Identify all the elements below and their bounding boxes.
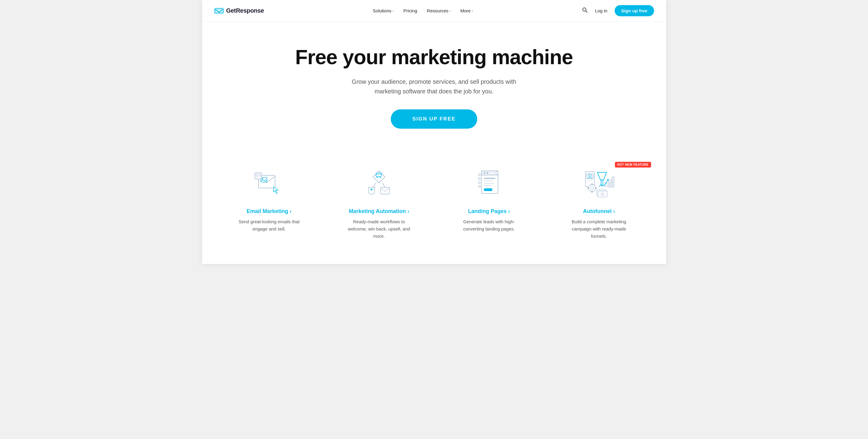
landing-pages-icon (472, 166, 505, 199)
svg-rect-49 (609, 181, 611, 187)
login-link[interactable]: Log in (595, 8, 608, 13)
svg-rect-43 (588, 187, 589, 189)
feature-marketing-automation-desc: Ready-made workflows to welcome, win bac… (346, 218, 412, 240)
hero-subtitle: Grow your audience, promote services, an… (350, 77, 519, 96)
chevron-icon: › (393, 9, 394, 13)
svg-point-38 (589, 174, 591, 177)
feature-autofunnel-desc: Build a complete marketing campaign with… (566, 218, 632, 240)
feature-autofunnel: HOT NEW FEATURE (550, 165, 648, 240)
main-nav: Solutions › Pricing Resources › More › (373, 8, 473, 13)
svg-point-47 (606, 183, 608, 185)
svg-rect-28 (484, 188, 492, 191)
svg-point-15 (380, 177, 381, 178)
logo-text: GetResponse (226, 7, 264, 14)
svg-rect-32 (478, 186, 480, 187)
svg-point-18 (371, 189, 372, 190)
signup-button[interactable]: Sign up free (615, 5, 654, 16)
feature-marketing-automation-title[interactable]: Marketing Automation › (349, 208, 409, 215)
svg-rect-44 (595, 187, 596, 189)
svg-line-17 (382, 183, 385, 187)
svg-point-56 (608, 179, 609, 181)
feature-email-marketing-title[interactable]: Email Marketing › (246, 208, 291, 215)
svg-rect-13 (259, 176, 260, 177)
svg-rect-31 (478, 182, 480, 184)
chevron-icon: › (450, 9, 451, 13)
feature-marketing-automation: Marketing Automation › Ready-made workfl… (330, 165, 428, 240)
search-icon[interactable] (582, 7, 588, 14)
chevron-icon: › (472, 9, 473, 13)
svg-rect-41 (591, 184, 593, 185)
svg-line-16 (373, 183, 376, 187)
svg-point-33 (496, 172, 498, 174)
logo[interactable]: GetResponse (214, 7, 264, 14)
svg-rect-29 (478, 174, 480, 176)
svg-rect-11 (256, 176, 257, 177)
header: GetResponse Solutions › Pricing Resource… (202, 0, 666, 22)
svg-rect-0 (214, 7, 224, 14)
email-marketing-icon-wrap (252, 165, 286, 201)
landing-pages-icon-wrap (472, 165, 505, 201)
hero-cta-button[interactable]: SIGN UP FREE (391, 109, 477, 129)
hero-section: Free your marketing machine Grow your au… (202, 22, 666, 147)
svg-rect-51 (612, 178, 614, 187)
svg-rect-42 (591, 191, 593, 192)
svg-rect-30 (478, 178, 480, 180)
svg-rect-12 (257, 176, 258, 177)
svg-text:$: $ (602, 193, 603, 195)
marketing-automation-icon (363, 166, 396, 199)
nav-more[interactable]: More › (460, 8, 473, 13)
features-section: Email Marketing › Send great-looking ema… (202, 147, 666, 264)
feature-autofunnel-title[interactable]: Autofunnel › (583, 208, 615, 215)
svg-point-14 (377, 177, 378, 178)
nav-solutions[interactable]: Solutions › (373, 8, 394, 13)
nav-resources[interactable]: Resources › (427, 8, 451, 13)
hot-new-feature-badge: HOT NEW FEATURE (615, 162, 651, 167)
svg-point-2 (583, 8, 586, 11)
email-marketing-icon (252, 166, 286, 199)
svg-line-3 (586, 11, 587, 12)
feature-landing-pages-title[interactable]: Landing Pages › (468, 208, 510, 215)
svg-point-22 (484, 172, 485, 174)
svg-point-23 (487, 172, 488, 174)
svg-rect-19 (380, 187, 390, 194)
hero-title: Free your marketing machine (214, 46, 654, 68)
svg-point-40 (591, 187, 593, 190)
svg-rect-25 (484, 181, 493, 181)
feature-landing-pages: Landing Pages › Generate leads with high… (440, 165, 538, 240)
marketing-automation-icon-wrap (363, 165, 396, 201)
feature-landing-pages-desc: Generate leads with high-converting land… (456, 218, 522, 232)
autofunnel-icon: $ (582, 166, 616, 199)
feature-email-marketing: Email Marketing › Send great-looking ema… (220, 165, 318, 240)
nav-right: Log in Sign up free (582, 5, 654, 16)
logo-icon (214, 7, 224, 14)
feature-email-marketing-desc: Send great-looking emails that engage an… (236, 218, 302, 232)
svg-rect-24 (484, 178, 495, 179)
autofunnel-icon-wrap: $ (582, 165, 616, 201)
svg-rect-26 (484, 183, 494, 184)
svg-rect-27 (484, 185, 492, 186)
nav-pricing[interactable]: Pricing (403, 8, 417, 13)
